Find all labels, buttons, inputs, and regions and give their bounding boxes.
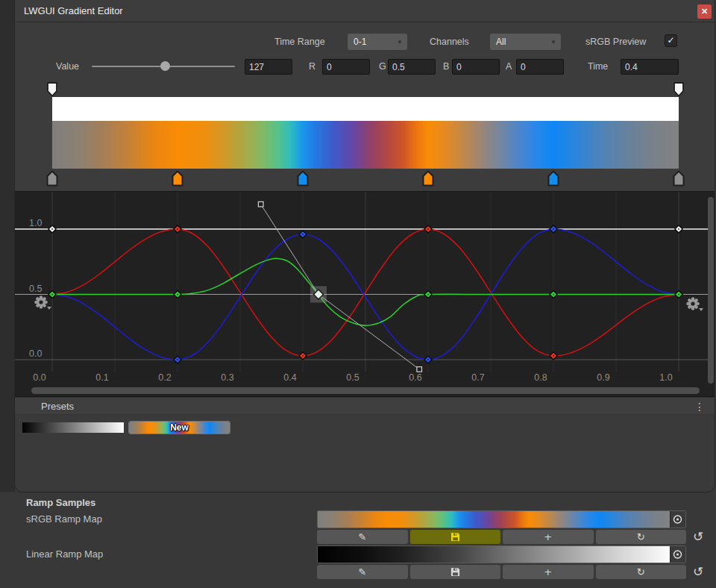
horizontal-scrollbar[interactable]: [31, 387, 700, 394]
add-ramp-button[interactable]: +: [503, 565, 594, 579]
refresh-ramp-button[interactable]: ↻: [596, 530, 687, 544]
revert-linear-button[interactable]: ↺: [691, 565, 706, 579]
revert-srgb-button[interactable]: ↺: [691, 530, 706, 544]
r-field[interactable]: [322, 59, 370, 75]
chevron-down-icon: ▼: [397, 34, 403, 51]
value-slider-thumb[interactable]: [160, 61, 170, 71]
save-icon: [450, 567, 460, 577]
color-marker[interactable]: [422, 170, 434, 187]
a-label: A: [506, 61, 512, 72]
b-label: B: [443, 61, 449, 72]
linear-ramp-gradient: [318, 546, 670, 563]
svg-text:0.7: 0.7: [471, 372, 484, 383]
ramp-samples-title: Ramp Samples: [26, 497, 95, 508]
save-ramp-button[interactable]: [410, 530, 501, 544]
time-range-value: 0-1: [354, 37, 366, 47]
refresh-ramp-button[interactable]: ↻: [596, 565, 687, 579]
object-picker-icon: [671, 511, 685, 528]
time-field[interactable]: [621, 59, 679, 75]
curve-settings-gear-icon[interactable]: [33, 294, 52, 312]
presets-menu-button[interactable]: ⋮: [692, 399, 707, 414]
channels-value: All: [496, 37, 506, 47]
edit-ramp-button[interactable]: ✎: [317, 565, 408, 579]
save-ramp-button[interactable]: [410, 565, 501, 579]
add-ramp-button[interactable]: +: [503, 530, 594, 544]
srgb-ramp-toolbar: ✎ + ↻: [317, 530, 686, 544]
object-picker-button[interactable]: [670, 546, 685, 563]
gradient-preview-bar[interactable]: [52, 121, 679, 169]
srgb-ramp-preview[interactable]: [317, 510, 686, 528]
pencil-icon: ✎: [358, 530, 366, 544]
color-marker[interactable]: [46, 170, 58, 187]
alpha-preview-bar[interactable]: [52, 97, 679, 121]
value-field[interactable]: [245, 59, 292, 75]
curve-plot[interactable]: 0.00.10.20.30.40.50.60.70.80.91.01.00.50…: [15, 192, 715, 398]
presets-list: New: [15, 415, 715, 492]
linear-ramp-label: Linear Ramp Map: [26, 548, 103, 560]
undo-icon: ↺: [693, 529, 703, 544]
svg-text:0.1: 0.1: [95, 372, 108, 383]
svg-text:1.0: 1.0: [659, 372, 672, 383]
titlebar[interactable]: LWGUI Gradient Editor ✕: [15, 0, 715, 22]
r-label: R: [309, 61, 315, 72]
srgb-preview-label: sRGB Preview: [585, 37, 646, 47]
color-marker[interactable]: [297, 170, 309, 187]
chevron-down-icon: [47, 307, 51, 310]
svg-text:0.4: 0.4: [283, 372, 296, 383]
curve-editor-panel[interactable]: 0.00.10.20.30.40.50.60.70.80.91.01.00.50…: [15, 191, 715, 397]
color-marker[interactable]: [673, 170, 685, 187]
svg-text:0.0: 0.0: [33, 372, 45, 383]
time-range-label: Time Range: [274, 37, 325, 47]
svg-text:0.8: 0.8: [534, 372, 547, 383]
srgb-ramp-label: sRGB Ramp Map: [26, 513, 102, 525]
object-picker-button[interactable]: [670, 511, 685, 528]
linear-ramp-toolbar: ✎ + ↻: [317, 565, 686, 579]
svg-text:0.5: 0.5: [346, 372, 359, 383]
srgb-preview-checkbox[interactable]: ✓: [665, 34, 677, 47]
channels-dropdown[interactable]: All ▼: [490, 34, 561, 50]
undo-icon: ↺: [693, 564, 703, 579]
save-icon: [450, 532, 460, 542]
window-title: LWGUI Gradient Editor: [24, 5, 123, 16]
channels-label: Channels: [430, 37, 469, 47]
value-slider[interactable]: [92, 61, 235, 71]
kebab-icon: ⋮: [694, 401, 705, 413]
alpha-marker[interactable]: [673, 82, 684, 97]
color-marker[interactable]: [547, 170, 559, 187]
presets-header: Presets ⋮: [15, 397, 715, 415]
time-label: Time: [588, 61, 608, 72]
time-range-dropdown[interactable]: 0-1 ▼: [348, 34, 407, 50]
linear-ramp-preview[interactable]: [317, 545, 686, 563]
g-field[interactable]: [388, 59, 436, 75]
b-field[interactable]: [452, 59, 500, 75]
checkmark-icon: ✓: [667, 35, 674, 46]
chevron-down-icon: ▼: [550, 34, 556, 51]
preset-new-swatch[interactable]: New: [128, 421, 230, 434]
refresh-icon: ↻: [637, 530, 645, 544]
object-picker-icon: [671, 546, 685, 563]
edit-ramp-button[interactable]: ✎: [317, 530, 408, 544]
svg-text:0.3: 0.3: [221, 372, 233, 383]
gradient-editor-popup: LWGUI Gradient Editor ✕ Time Range 0-1 ▼…: [15, 0, 715, 492]
vertical-scrollbar[interactable]: [708, 197, 714, 384]
plus-icon: +: [544, 565, 552, 579]
svg-text:0.9: 0.9: [597, 372, 609, 383]
chevron-down-icon: [699, 308, 703, 311]
preset-grayscale-swatch[interactable]: [22, 422, 124, 433]
svg-text:0.5: 0.5: [29, 284, 42, 294]
alpha-marker-row: [15, 81, 715, 97]
color-marker-row: [15, 169, 715, 188]
presets-title: Presets: [41, 401, 74, 412]
close-button[interactable]: ✕: [697, 4, 712, 19]
a-field[interactable]: [516, 59, 564, 75]
g-label: G: [379, 61, 386, 72]
curve-settings-gear-icon[interactable]: [685, 295, 704, 313]
svg-text:0.0: 0.0: [29, 348, 42, 359]
color-marker[interactable]: [172, 170, 183, 187]
preset-new-label: New: [129, 422, 230, 434]
svg-text:1.0: 1.0: [29, 218, 42, 228]
plus-icon: +: [544, 530, 552, 544]
value-label: Value: [56, 61, 79, 72]
alpha-marker[interactable]: [47, 82, 57, 97]
inspector-left-margin: [0, 0, 15, 492]
